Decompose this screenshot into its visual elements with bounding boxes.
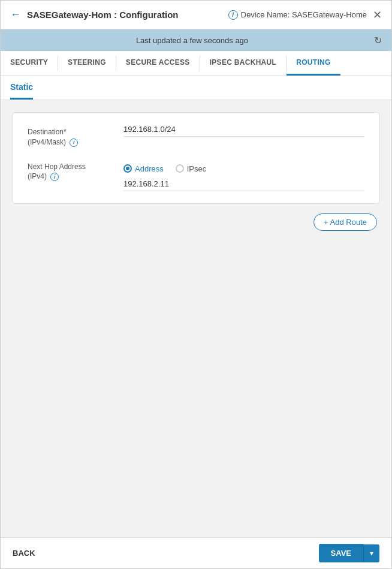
update-banner: Last updated a few seconds ago ↻ xyxy=(1,29,391,51)
info-icon: i xyxy=(228,10,238,20)
radio-ipsec[interactable]: IPsec xyxy=(176,164,207,173)
save-dropdown-button[interactable]: ▾ xyxy=(363,544,379,562)
destination-row: Destination* (IPv4/Mask) i 192.168.1.0/2… xyxy=(28,125,364,147)
radio-address-circle xyxy=(123,164,132,173)
add-route-container: + Add Route xyxy=(13,213,379,231)
header-back-arrow[interactable]: ← xyxy=(10,8,21,21)
tab-security[interactable]: SECURITY xyxy=(1,51,58,76)
next-hop-value-container: Address IPsec 192.168.2.11 xyxy=(123,159,364,191)
save-button[interactable]: SAVE xyxy=(319,544,363,562)
tab-routing[interactable]: ROUTING xyxy=(287,51,340,76)
header-left: ← SASEGateway-Hom : Configuration xyxy=(10,8,179,21)
add-route-button[interactable]: + Add Route xyxy=(313,213,377,231)
header-right: i Device Name: SASEGateway-Home ✕ xyxy=(228,10,382,20)
radio-ipsec-label: IPsec xyxy=(187,164,207,173)
refresh-icon[interactable]: ↻ xyxy=(374,35,382,46)
radio-group: Address IPsec xyxy=(123,164,364,173)
close-button[interactable]: ✕ xyxy=(373,10,382,20)
tab-steering[interactable]: STEERING xyxy=(58,51,116,76)
next-hop-label: Next Hop Address (IPv4) i xyxy=(28,159,123,182)
nav-tabs: SECURITY STEERING SECURE ACCESS IPSEC BA… xyxy=(1,51,391,76)
next-hop-row: Next Hop Address (IPv4) i Address IPsec xyxy=(28,159,364,191)
next-hop-value: 192.168.2.11 xyxy=(123,179,364,191)
device-name-info: i Device Name: SASEGateway-Home xyxy=(228,10,367,20)
destination-label: Destination* (IPv4/Mask) i xyxy=(28,125,123,147)
tab-ipsec-backhaul[interactable]: IPSEC BACKHAUL xyxy=(200,51,287,76)
header-title: SASEGateway-Hom : Configuration xyxy=(27,10,179,20)
back-button[interactable]: BACK xyxy=(13,549,35,558)
radio-ipsec-circle xyxy=(176,164,184,173)
destination-info-icon[interactable]: i xyxy=(70,139,78,147)
footer: BACK SAVE ▾ xyxy=(1,537,391,568)
save-group: SAVE ▾ xyxy=(319,544,379,562)
radio-address-label: Address xyxy=(135,164,164,173)
device-name-label: Device Name: SASEGateway-Home xyxy=(241,10,367,19)
update-banner-text: Last updated a few seconds ago xyxy=(10,36,374,45)
destination-value: 192.168.1.0/24 xyxy=(123,125,364,137)
route-card: Destination* (IPv4/Mask) i 192.168.1.0/2… xyxy=(13,112,379,204)
header: ← SASEGateway-Hom : Configuration i Devi… xyxy=(1,1,391,29)
radio-address[interactable]: Address xyxy=(123,164,164,173)
sub-tabs: Static xyxy=(1,76,391,100)
next-hop-info-icon[interactable]: i xyxy=(50,173,59,181)
tab-secure-access[interactable]: SECURE ACCESS xyxy=(116,51,200,76)
main-content: Destination* (IPv4/Mask) i 192.168.1.0/2… xyxy=(1,100,391,537)
destination-value-container: 192.168.1.0/24 xyxy=(123,125,364,137)
sub-tab-static[interactable]: Static xyxy=(10,76,33,100)
